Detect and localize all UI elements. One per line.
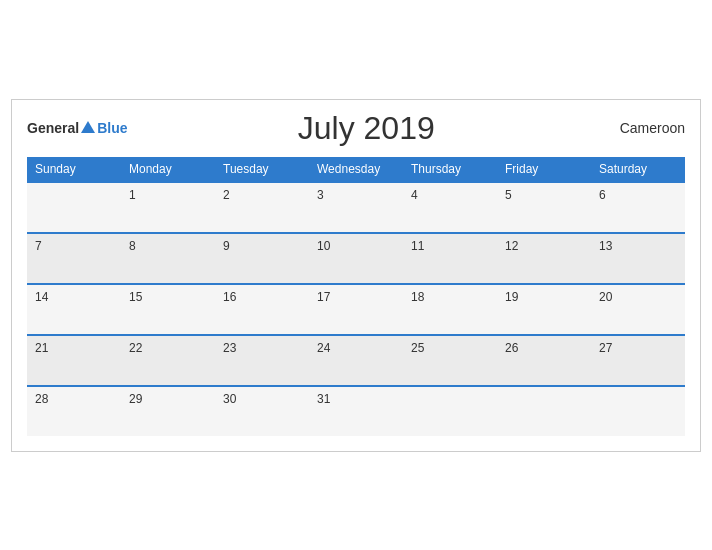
day-cell: 9	[215, 233, 309, 284]
day-cell: 5	[497, 182, 591, 233]
day-cell: 12	[497, 233, 591, 284]
day-cell: 16	[215, 284, 309, 335]
day-cell	[27, 182, 121, 233]
day-cell: 22	[121, 335, 215, 386]
day-header-monday: Monday	[121, 157, 215, 182]
calendar-header: General Blue July 2019 Cameroon	[27, 110, 685, 147]
day-header-wednesday: Wednesday	[309, 157, 403, 182]
day-cell: 17	[309, 284, 403, 335]
day-cell: 28	[27, 386, 121, 436]
calendar-title: July 2019	[298, 110, 435, 147]
day-cell: 8	[121, 233, 215, 284]
day-cell: 7	[27, 233, 121, 284]
day-cell: 2	[215, 182, 309, 233]
day-cell: 14	[27, 284, 121, 335]
day-header-saturday: Saturday	[591, 157, 685, 182]
days-header-row: SundayMondayTuesdayWednesdayThursdayFrid…	[27, 157, 685, 182]
day-cell: 21	[27, 335, 121, 386]
day-cell: 26	[497, 335, 591, 386]
calendar-grid: SundayMondayTuesdayWednesdayThursdayFrid…	[27, 157, 685, 436]
logo-general-text: General	[27, 120, 79, 136]
day-cell: 20	[591, 284, 685, 335]
day-cell: 30	[215, 386, 309, 436]
day-cell	[403, 386, 497, 436]
day-cell: 13	[591, 233, 685, 284]
day-cell: 27	[591, 335, 685, 386]
week-row-3: 21222324252627	[27, 335, 685, 386]
day-cell: 6	[591, 182, 685, 233]
day-cell: 11	[403, 233, 497, 284]
logo-blue-text: Blue	[97, 120, 127, 136]
country-label: Cameroon	[605, 120, 685, 136]
day-cell: 23	[215, 335, 309, 386]
calendar-container: General Blue July 2019 Cameroon SundayMo…	[11, 99, 701, 452]
day-cell: 3	[309, 182, 403, 233]
logo-triangle-icon	[81, 121, 95, 133]
day-cell: 29	[121, 386, 215, 436]
day-cell: 19	[497, 284, 591, 335]
day-header-tuesday: Tuesday	[215, 157, 309, 182]
week-row-1: 78910111213	[27, 233, 685, 284]
week-row-0: 123456	[27, 182, 685, 233]
logo: General Blue	[27, 120, 127, 136]
day-header-sunday: Sunday	[27, 157, 121, 182]
day-header-friday: Friday	[497, 157, 591, 182]
day-cell: 15	[121, 284, 215, 335]
day-cell	[591, 386, 685, 436]
day-cell: 24	[309, 335, 403, 386]
day-cell: 4	[403, 182, 497, 233]
day-cell: 25	[403, 335, 497, 386]
day-cell: 10	[309, 233, 403, 284]
week-row-2: 14151617181920	[27, 284, 685, 335]
day-cell: 1	[121, 182, 215, 233]
day-cell: 18	[403, 284, 497, 335]
day-cell: 31	[309, 386, 403, 436]
week-row-4: 28293031	[27, 386, 685, 436]
day-cell	[497, 386, 591, 436]
day-header-thursday: Thursday	[403, 157, 497, 182]
